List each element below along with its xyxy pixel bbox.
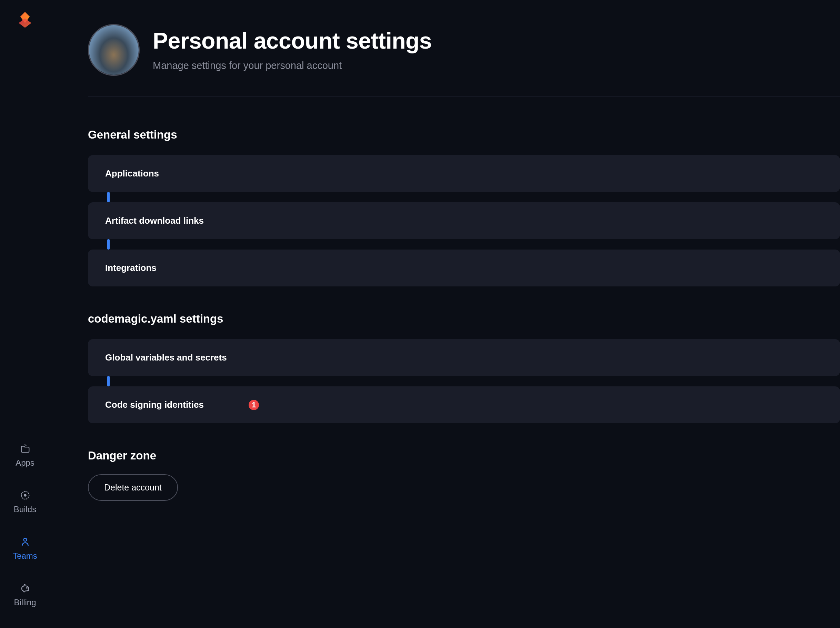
nav-label: Builds (14, 505, 36, 514)
nav-label: Apps (16, 458, 35, 468)
connector (107, 376, 110, 387)
section-title-general: General settings (88, 128, 840, 141)
sidebar: Apps Builds Teams Billing (0, 0, 50, 628)
row-label: Code signing identities (105, 399, 204, 410)
notification-badge: 1 (249, 400, 259, 410)
row-integrations[interactable]: Integrations (88, 249, 840, 286)
delete-account-button[interactable]: Delete account (88, 474, 178, 501)
general-section: General settings Applications Artifact d… (88, 128, 840, 286)
row-artifact-download-links[interactable]: Artifact download links (88, 202, 840, 239)
main-content: Personal account settings Manage setting… (50, 0, 840, 628)
nav-label: Billing (14, 598, 36, 607)
section-title-danger: Danger zone (88, 449, 840, 462)
connector (107, 239, 110, 249)
row-global-variables[interactable]: Global variables and secrets (88, 339, 840, 376)
nav-label: Teams (13, 551, 37, 561)
nav-items: Apps Builds Teams Billing (13, 443, 37, 628)
row-code-signing[interactable]: Code signing identities 1 (88, 387, 840, 423)
connector (107, 192, 110, 202)
nav-builds[interactable]: Builds (13, 490, 37, 514)
svg-point-2 (24, 538, 27, 541)
svg-point-3 (27, 588, 27, 589)
yaml-section: codemagic.yaml settings Global variables… (88, 312, 840, 423)
builds-icon (20, 490, 30, 500)
page-title: Personal account settings (153, 28, 432, 54)
divider (88, 96, 840, 97)
row-label: Integrations (105, 263, 156, 273)
row-applications[interactable]: Applications (88, 155, 840, 192)
folder-icon (20, 443, 30, 454)
section-title-yaml: codemagic.yaml settings (88, 312, 840, 325)
teams-icon (20, 536, 30, 547)
danger-section: Danger zone Delete account (88, 449, 840, 501)
page-header: Personal account settings Manage setting… (88, 24, 840, 76)
avatar[interactable] (88, 24, 140, 76)
logo-icon[interactable] (16, 10, 35, 29)
row-label: Artifact download links (105, 215, 204, 226)
nav-apps[interactable]: Apps (13, 443, 37, 468)
piggybank-icon (20, 583, 30, 593)
nav-billing[interactable]: Billing (13, 583, 37, 607)
nav-teams[interactable]: Teams (13, 536, 37, 561)
row-label: Global variables and secrets (105, 352, 227, 363)
page-subtitle: Manage settings for your personal accoun… (153, 60, 432, 71)
row-label: Applications (105, 168, 159, 179)
svg-point-1 (24, 494, 27, 497)
